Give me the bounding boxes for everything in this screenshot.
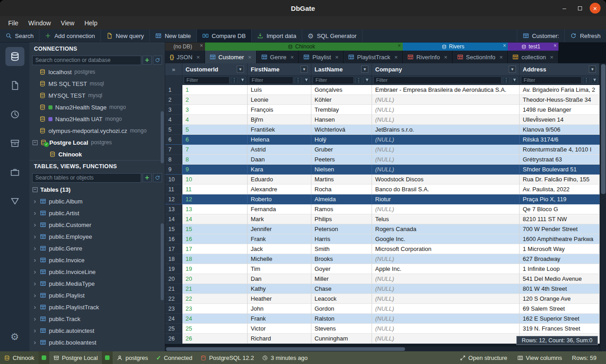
menu-view[interactable]: View [56,18,79,28]
cell-address[interactable]: Rilská 3174/6 [520,135,600,145]
row-number[interactable]: 2 [165,95,182,105]
cell-company[interactable]: Woodstock Discos [372,175,520,184]
sidebar-history-button[interactable] [5,105,24,124]
cell-company[interactable]: (NULL) [372,274,520,284]
cell-lastname[interactable]: Gordon [311,304,372,314]
column-header-customerid[interactable]: CustomerId▾ [182,63,248,75]
row-number[interactable]: 18 [165,254,182,264]
column-menu-chevron-icon[interactable]: ▾ [301,66,308,73]
chevron-right-icon[interactable]: › [33,209,37,217]
cell-company[interactable]: (NULL) [372,334,520,344]
row-number[interactable]: 4 [165,115,182,125]
cell-firstname[interactable]: Heather [248,294,311,304]
cell-lastname[interactable]: Wichterlová [311,125,372,135]
cell-customerid[interactable]: 14 [182,214,248,224]
funnel-icon[interactable] [363,77,370,84]
connections-refresh-button[interactable] [153,56,162,65]
cell-firstname[interactable]: Helena [248,135,311,145]
db-group-tab-test1[interactable]: test1× [508,43,558,51]
cell-firstname[interactable]: Roberto [248,194,311,204]
filter-input-customerid[interactable] [184,76,229,84]
cell-firstname[interactable]: Dan [248,274,311,284]
chevron-right-icon[interactable]: › [33,221,37,228]
cell-customerid[interactable]: 15 [182,224,248,234]
close-group-icon[interactable]: × [503,43,506,49]
cell-firstname[interactable]: Frank [248,314,311,324]
connection-item[interactable]: MS SQL TESTmssql [29,78,165,90]
chevron-right-icon[interactable]: › [33,268,37,275]
cell-company[interactable]: (NULL) [372,254,520,264]
cell-lastname[interactable]: Holý [311,135,372,145]
toolbar-add-connection-button[interactable]: Add connection [39,29,101,42]
status-view-columns[interactable]: View columns [513,355,566,361]
cell-firstname[interactable]: Tim [248,264,311,274]
cell-lastname[interactable]: Philips [311,214,372,224]
filter-menu-icon[interactable]: ⋮ [295,77,301,84]
cell-company[interactable]: Embraer - Empresa Brasileira de Aeronáut… [372,85,520,95]
row-number[interactable]: 5 [165,125,182,135]
cell-customerid[interactable]: 13 [182,204,248,214]
cell-customerid[interactable]: 8 [182,155,248,165]
tab-collection[interactable]: collection× [508,51,558,63]
cell-firstname[interactable]: Jack [248,244,311,254]
toolbar-new-table-button[interactable]: New table [150,29,197,42]
cell-company[interactable]: (NULL) [372,115,520,125]
toolbar-refresh-button[interactable]: Refresh [564,29,606,42]
add-connection-small-button[interactable]: + [143,56,152,65]
filter-input-address[interactable] [521,76,582,84]
db-group-tab-chinook[interactable]: Chinook× [205,43,403,51]
row-number[interactable]: 7 [165,145,182,155]
row-number[interactable]: 21 [165,284,182,294]
chevron-right-icon[interactable]: › [33,327,37,334]
chevron-right-icon[interactable]: › [33,233,37,240]
cell-customerid[interactable]: 6 [182,135,248,145]
cell-company[interactable]: Google Inc. [372,234,520,244]
cell-company[interactable]: (NULL) [372,304,520,314]
cell-customerid[interactable]: 25 [182,324,248,334]
cell-customerid[interactable]: 19 [182,264,248,274]
cell-firstname[interactable]: François [248,105,311,115]
cell-lastname[interactable]: Harris [311,234,372,244]
funnel-icon[interactable] [239,77,246,84]
cell-lastname[interactable]: Ralston [311,314,372,324]
row-number[interactable]: 17 [165,244,182,254]
cell-address[interactable]: 8210 111 ST NW [520,214,600,224]
cell-firstname[interactable]: Alexandre [248,184,311,194]
cell-address[interactable]: 162 E Superior Street [520,314,600,324]
column-header-lastname[interactable]: LastName▾ [311,63,372,75]
cell-company[interactable]: Apple Inc. [372,264,520,274]
cell-address[interactable]: 69 Salem Street [520,304,600,314]
row-number[interactable]: 16 [165,234,182,244]
filter-input-company[interactable] [373,76,501,84]
sidebar-settings-button[interactable]: ⚙ [5,327,24,346]
cell-firstname[interactable]: Luís [248,85,311,95]
row-number[interactable]: 24 [165,314,182,324]
status-open-structure[interactable]: Open structure [456,355,511,361]
cell-company[interactable]: (NULL) [372,135,520,145]
cell-company[interactable]: Rogers Canada [372,224,520,234]
cell-lastname[interactable]: Brooks [311,254,372,264]
tab-playlist[interactable]: Playlist× [299,51,344,63]
cell-customerid[interactable]: 17 [182,244,248,254]
row-number[interactable]: 3 [165,105,182,115]
grid-corner-cell[interactable]: » [165,63,182,75]
funnel-icon[interactable] [303,77,310,84]
close-group-icon[interactable]: × [200,43,203,49]
cell-customerid[interactable]: 1 [182,85,248,95]
row-number[interactable]: 15 [165,224,182,234]
tab-riverinfo[interactable]: RiverInfo× [403,51,453,63]
cell-address[interactable]: 1 Microsoft Way [520,244,600,254]
cell-address[interactable]: Av. Brigadeiro Faria Lima, 2 [520,85,600,95]
cell-company[interactable]: (NULL) [372,145,520,155]
cell-customerid[interactable]: 24 [182,314,248,324]
table-tree-item[interactable]: ›public.MediaType [29,278,165,289]
row-number[interactable]: 22 [165,294,182,304]
connection-item[interactable]: Nano2Health Stagemongo [29,101,165,113]
cell-firstname[interactable]: Michelle [248,254,311,264]
cell-company[interactable]: (NULL) [372,284,520,294]
cell-company[interactable]: (NULL) [372,105,520,115]
row-number[interactable]: 14 [165,214,182,224]
menu-help[interactable]: Help [80,18,102,28]
cell-firstname[interactable]: Kara [248,165,311,175]
chevron-right-icon[interactable]: › [33,339,37,346]
